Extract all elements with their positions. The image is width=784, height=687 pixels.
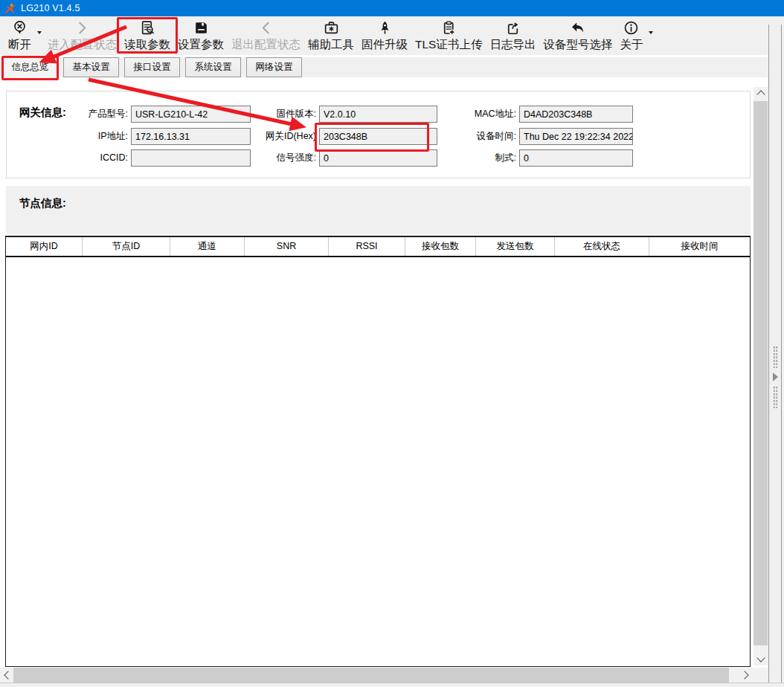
panel-splitter-handle[interactable] <box>771 346 780 413</box>
app-window: LG210 V1.4.5 断开 进入配置状态 <box>0 0 784 687</box>
mac-address-input[interactable] <box>519 106 633 123</box>
toolbar-item-label: 退出配置状态 <box>231 37 301 51</box>
panel-border-line <box>781 25 782 683</box>
aux-tools-button[interactable]: 辅助工具 <box>304 19 358 52</box>
toolbar-item-label: 设置参数 <box>178 37 224 51</box>
tab-bar: 信息总览 基本设置 接口设置 系统设置 网络设置 <box>0 57 784 77</box>
firmware-version-input[interactable] <box>319 106 437 123</box>
tab-interface-settings[interactable]: 接口设置 <box>124 57 180 77</box>
pin-x-icon <box>11 19 28 36</box>
panel-border-line <box>768 25 769 683</box>
content-pane: 网关信息: 产品型号: 固件版本: MAC地址: IP地址: 网关ID(Hex)… <box>0 77 754 668</box>
info-icon <box>623 19 640 36</box>
signal-strength-input[interactable] <box>319 149 437 167</box>
disconnect-button[interactable]: 断开 <box>4 19 35 52</box>
network-standard-input[interactable] <box>519 149 633 167</box>
node-info-band <box>6 186 751 234</box>
tls-cert-upload-button[interactable]: TLS证书上传 <box>411 19 486 52</box>
field-label: 网关ID(Hex) <box>234 128 316 145</box>
vertical-scroll-thumb[interactable] <box>754 101 768 645</box>
window-title: LG210 V1.4.5 <box>21 3 80 13</box>
toolbar-item-label: 辅助工具 <box>308 37 354 51</box>
device-time-input[interactable] <box>519 128 633 145</box>
toolbox-icon <box>323 19 340 36</box>
window-bottom-edge <box>0 683 784 687</box>
field-label: 制式: <box>434 149 516 167</box>
grip-dots-icon <box>773 346 778 368</box>
tab-info-overview[interactable]: 信息总览 <box>2 57 58 78</box>
table-column-header[interactable]: 节点ID <box>83 237 170 256</box>
chevron-right-icon <box>74 19 91 36</box>
scroll-right-button[interactable] <box>739 668 752 683</box>
field-label: 固件版本: <box>234 106 316 123</box>
clipboard-plus-icon <box>440 19 457 36</box>
field-label: 信号强度: <box>234 149 316 167</box>
node-info-title: 节点信息: <box>19 196 66 210</box>
product-model-input[interactable] <box>131 106 251 123</box>
app-logo-icon <box>4 3 16 14</box>
set-params-button[interactable]: 设置参数 <box>174 19 228 52</box>
table-column-header[interactable]: 网内ID <box>6 237 83 256</box>
toolbar-item-label: 关于 <box>620 37 643 51</box>
node-table: 网内ID 节点ID 通道 SNR RSSI 接收包数 发送包数 在线状态 接收时… <box>5 236 751 667</box>
toolbar-item-label: TLS证书上传 <box>415 37 482 51</box>
toolbar-item-label: 读取参数 <box>124 37 170 51</box>
rocket-icon <box>376 19 393 36</box>
title-bar: LG210 V1.4.5 <box>0 0 784 16</box>
right-panel-strip <box>768 16 784 683</box>
field-label: MAC地址: <box>434 106 516 123</box>
chevron-left-icon <box>257 19 274 36</box>
chevron-down-icon <box>756 654 765 662</box>
iccid-input[interactable] <box>131 149 251 167</box>
table-column-header[interactable]: RSSI <box>329 237 405 256</box>
ip-address-input[interactable] <box>131 128 251 145</box>
device-model-select-button[interactable]: 设备型号选择 <box>539 19 616 52</box>
chevron-up-icon <box>756 90 765 98</box>
gateway-id-input[interactable] <box>319 128 437 145</box>
table-column-header[interactable]: 在线状态 <box>555 237 649 256</box>
scrollbar-corner <box>754 668 768 683</box>
expand-right-icon <box>773 372 778 381</box>
log-export-button[interactable]: 日志导出 <box>486 19 539 52</box>
field-label: 设备时间: <box>434 128 516 145</box>
field-label: ICCID: <box>30 149 128 167</box>
scroll-left-button[interactable] <box>0 668 13 683</box>
disconnect-dropdown[interactable] <box>35 31 44 36</box>
table-column-header[interactable]: 通道 <box>170 237 245 256</box>
back-arrow-icon <box>569 19 586 36</box>
node-table-header: 网内ID 节点ID 通道 SNR RSSI 接收包数 发送包数 在线状态 接收时… <box>6 237 750 257</box>
scroll-down-button[interactable] <box>754 653 768 665</box>
field-label: 产品型号: <box>30 106 128 123</box>
toolbar: 断开 进入配置状态 读取参数 <box>0 16 784 55</box>
read-params-button[interactable]: 读取参数 <box>121 19 174 52</box>
about-button[interactable]: 关于 <box>616 19 646 52</box>
table-column-header[interactable]: SNR <box>245 237 329 256</box>
vertical-scrollbar[interactable] <box>754 87 768 665</box>
toolbar-item-label: 断开 <box>8 37 31 51</box>
caret-down-icon <box>37 31 42 36</box>
firmware-upgrade-button[interactable]: 固件升级 <box>358 19 411 52</box>
node-table-body <box>6 257 750 668</box>
doc-search-icon <box>139 19 156 36</box>
toolbar-item-label: 设备型号选择 <box>543 37 612 51</box>
grip-dots-icon <box>773 386 778 408</box>
horizontal-scroll-thumb[interactable] <box>13 668 729 683</box>
about-dropdown[interactable] <box>646 31 655 36</box>
horizontal-scrollbar[interactable] <box>0 668 754 683</box>
toolbar-item-label: 进入配置状态 <box>48 37 117 51</box>
exit-config-button: 退出配置状态 <box>228 19 304 52</box>
caret-down-icon <box>649 31 653 36</box>
tab-basic-settings[interactable]: 基本设置 <box>63 57 119 77</box>
table-column-header[interactable]: 接收包数 <box>405 237 476 256</box>
toolbar-item-label: 固件升级 <box>362 37 408 51</box>
toolbar-item-label: 日志导出 <box>489 37 536 51</box>
field-label: IP地址: <box>30 128 128 145</box>
table-column-header[interactable]: 接收时间 <box>649 237 750 256</box>
tab-network-settings[interactable]: 网络设置 <box>246 57 302 77</box>
scroll-up-button[interactable] <box>754 87 768 100</box>
chevron-left-icon <box>4 671 12 679</box>
save-icon <box>193 19 210 36</box>
table-column-header[interactable]: 发送包数 <box>476 237 555 256</box>
enter-config-button: 进入配置状态 <box>44 19 121 52</box>
tab-system-settings[interactable]: 系统设置 <box>185 57 241 77</box>
